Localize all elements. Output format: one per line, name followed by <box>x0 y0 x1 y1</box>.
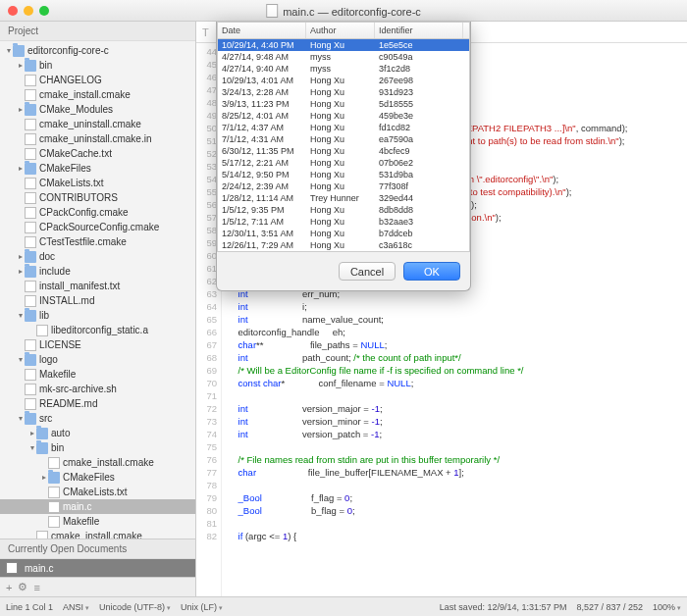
disclosure-triangle[interactable]: ▸ <box>16 267 25 276</box>
disclosure-triangle[interactable]: ▾ <box>16 311 25 320</box>
close-button[interactable] <box>8 6 18 16</box>
tree-folder[interactable]: ▸CMakeFiles <box>0 161 195 176</box>
history-row[interactable]: 4/27/14, 9:40 AMmyss3f1c2d8 <box>218 63 469 75</box>
history-row[interactable]: 6/30/12, 11:35 PMHong Xu4bcfec9 <box>218 145 469 157</box>
disclosure-triangle[interactable]: ▾ <box>4 46 13 55</box>
tree-file[interactable]: cmake_uninstall.cmake.in <box>0 131 195 146</box>
disclosure-triangle[interactable]: ▸ <box>16 61 25 70</box>
folder-icon <box>25 310 36 322</box>
tree-file[interactable]: CONTRIBUTORS <box>0 190 195 205</box>
tree-folder[interactable]: ▸include <box>0 264 195 279</box>
tree-folder[interactable]: ▸bin <box>0 58 195 73</box>
history-row[interactable]: 8/25/12, 4:01 AMHong Xu459be3e <box>218 110 469 122</box>
history-row[interactable]: 10/29/13, 4:01 AMHong Xu267ee98 <box>218 75 469 86</box>
history-table[interactable]: Date Author Identifier 10/29/14, 4:40 PM… <box>217 22 470 252</box>
window-title: main.c — editorconfig-core-c <box>266 4 421 18</box>
history-row[interactable]: 3/24/13, 2:28 AMHong Xu931d923 <box>218 86 469 98</box>
tree-file[interactable]: INSTALL.md <box>0 293 195 308</box>
disclosure-triangle[interactable]: ▾ <box>16 355 25 364</box>
tree-file[interactable]: cmake_install.cmake <box>0 455 195 470</box>
tree-file[interactable]: cmake_install.cmake <box>0 529 195 539</box>
tree-label: bin <box>51 442 64 453</box>
tree-folder[interactable]: ▾bin <box>0 440 195 455</box>
tree-folder[interactable]: ▸CMakeFiles <box>0 470 195 485</box>
tree-folder[interactable]: ▾src <box>0 411 195 426</box>
history-row[interactable]: 12/30/11, 3:51 AMHong Xub7ddceb <box>218 228 469 239</box>
history-row[interactable]: 2/24/12, 2:39 AMHong Xu77f308f <box>218 180 469 192</box>
add-icon[interactable]: + <box>6 582 12 593</box>
history-row[interactable]: 1/5/12, 9:35 PMHong Xu8db8dd8 <box>218 204 469 216</box>
disclosure-triangle[interactable]: ▸ <box>16 105 25 114</box>
disclosure-triangle[interactable]: ▾ <box>16 414 25 423</box>
file-icon <box>6 562 18 574</box>
status-enc[interactable]: ANSI <box>63 602 89 612</box>
file-icon <box>25 119 36 130</box>
tree-file[interactable]: CMakeLists.txt <box>0 485 195 499</box>
tree-file[interactable]: cmake_install.cmake <box>0 87 195 102</box>
tree-label: CMakeLists.txt <box>63 487 128 497</box>
disclosure-triangle[interactable]: ▸ <box>27 429 36 437</box>
tree-file[interactable]: LICENSE <box>0 337 195 352</box>
history-row[interactable]: 3/9/13, 11:23 PMHong Xu5d18555 <box>218 98 469 110</box>
col-author[interactable]: Author <box>306 23 375 38</box>
file-icon <box>25 148 36 160</box>
history-row[interactable]: 4/27/14, 9:48 AMmyssc90549a <box>218 51 469 63</box>
zoom-button[interactable] <box>39 6 49 16</box>
tree-file[interactable]: main.c <box>0 499 195 514</box>
tree-folder[interactable]: ▾editorconfig-core-c <box>0 43 195 58</box>
col-identifier[interactable]: Identifier <box>375 23 463 38</box>
tree-file[interactable]: cmake_uninstall.cmake <box>0 117 195 131</box>
project-tree[interactable]: ▾editorconfig-core-c▸binCHANGELOGcmake_i… <box>0 41 195 539</box>
tree-folder[interactable]: ▸CMake_Modules <box>0 102 195 117</box>
tree-folder[interactable]: ▾lib <box>0 308 195 323</box>
gear-icon[interactable]: ⚙ <box>18 581 27 593</box>
tree-file[interactable]: CHANGELOG <box>0 73 195 87</box>
folder-icon <box>25 354 36 366</box>
tree-folder[interactable]: ▸auto <box>0 426 195 440</box>
tree-file[interactable]: CPackSourceConfig.cmake <box>0 220 195 234</box>
history-row[interactable]: 7/1/12, 4:37 AMHong Xufd1cd82 <box>218 122 469 133</box>
history-row[interactable]: 5/14/12, 9:50 PMHong Xu531d9ba <box>218 169 469 180</box>
tree-file[interactable]: CMakeCache.txt <box>0 146 195 161</box>
tree-file[interactable]: libeditorconfig_static.a <box>0 323 195 337</box>
open-doc-item[interactable]: main.c <box>0 559 195 577</box>
folder-icon <box>25 60 36 72</box>
tree-file[interactable]: README.md <box>0 396 195 411</box>
tree-label: README.md <box>39 398 97 409</box>
tree-folder[interactable]: ▾logo <box>0 352 195 367</box>
tree-file[interactable]: CTestTestfile.cmake <box>0 234 195 249</box>
history-row[interactable]: 1/5/12, 7:11 AMHong Xub32aae3 <box>218 216 469 228</box>
disclosure-triangle[interactable]: ▸ <box>16 252 25 261</box>
tree-file[interactable]: mk-src-archive.sh <box>0 382 195 396</box>
menu-icon[interactable]: ≡ <box>33 582 39 593</box>
tree-label: cmake_install.cmake <box>63 457 154 468</box>
tree-file[interactable]: Makefile <box>0 367 195 382</box>
col-date[interactable]: Date <box>218 23 306 38</box>
text-mode-icon[interactable]: T <box>202 26 209 38</box>
tree-file[interactable]: CMakeLists.txt <box>0 176 195 190</box>
history-row[interactable]: 7/1/12, 4:31 AMHong Xuea7590a <box>218 133 469 145</box>
tree-file[interactable]: CPackConfig.cmake <box>0 205 195 220</box>
file-icon <box>48 457 60 469</box>
history-row[interactable]: 12/26/11, 7:29 AMHong Xuc3a618c <box>218 239 469 251</box>
tree-label: libeditorconfig_static.a <box>51 325 148 335</box>
history-row[interactable]: 10/29/14, 4:40 PMHong Xu1e5e5ce <box>218 39 469 51</box>
ok-button[interactable]: OK <box>403 262 460 281</box>
tree-folder[interactable]: ▸doc <box>0 249 195 264</box>
disclosure-triangle[interactable]: ▾ <box>27 443 36 452</box>
status-zoom[interactable]: 100% <box>653 602 681 612</box>
status-saved: Last saved: 12/9/14, 1:31:57 PM <box>440 602 567 612</box>
cancel-button[interactable]: Cancel <box>339 262 396 281</box>
disclosure-triangle[interactable]: ▸ <box>39 473 48 482</box>
status-unicode[interactable]: Unicode (UTF-8) <box>99 602 171 612</box>
tree-file[interactable]: install_manifest.txt <box>0 279 195 293</box>
folder-icon <box>48 472 60 484</box>
file-icon <box>25 398 36 410</box>
history-row[interactable]: 1/28/12, 11:14 AMTrey Hunner329ed44 <box>218 192 469 204</box>
minimize-button[interactable] <box>24 6 33 16</box>
history-row[interactable]: 5/17/12, 2:21 AMHong Xu07b06e2 <box>218 157 469 169</box>
status-lineending[interactable]: Unix (LF) <box>181 602 223 612</box>
folder-icon <box>36 442 48 454</box>
tree-file[interactable]: Makefile <box>0 514 195 529</box>
disclosure-triangle[interactable]: ▸ <box>16 164 25 173</box>
